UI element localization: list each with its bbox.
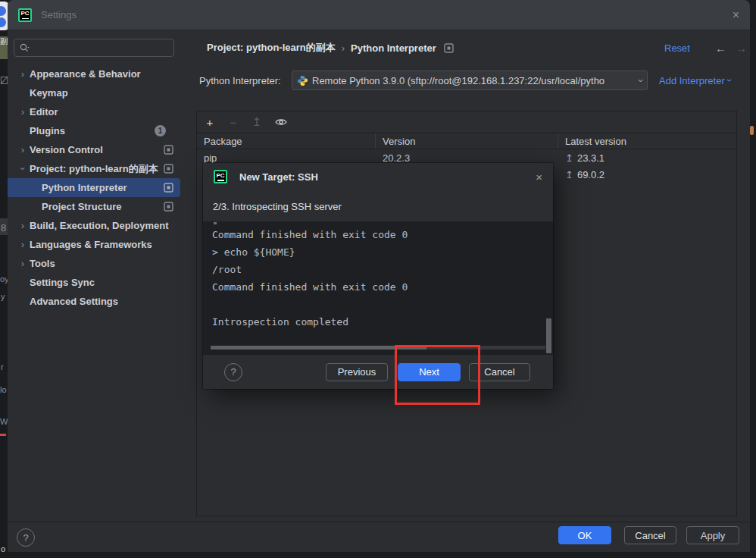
sidebar-item-python-interpreter[interactable]: Python Interpreter <box>8 178 180 197</box>
settings-search-input[interactable] <box>14 39 174 57</box>
upgrade-available-icon: ↥ <box>565 152 573 164</box>
sidebar-item-editor[interactable]: › Editor <box>8 102 180 121</box>
background-app-dot <box>0 17 6 27</box>
sidebar-item-label: Keymap <box>30 87 68 99</box>
window-close-icon[interactable]: × <box>733 8 739 22</box>
chevron-right-icon[interactable]: › <box>17 68 29 80</box>
sidebar-item-label: Languages & Frameworks <box>30 239 152 250</box>
sidebar-item-project-structure[interactable]: Project Structure <box>8 197 180 216</box>
packages-header-row: Package Version Latest version <box>197 133 736 149</box>
packages-toolbar: + − ↥ <box>197 111 736 133</box>
sidebar-item-languages-frameworks[interactable]: › Languages & Frameworks <box>8 235 180 254</box>
background-fragment <box>750 126 754 135</box>
project-scope-icon <box>164 145 173 155</box>
sidebar-item-advanced-settings[interactable]: Advanced Settings <box>8 292 180 311</box>
sidebar-item-build-execution-deployment[interactable]: › Build, Execution, Deployment <box>8 216 180 235</box>
pycharm-logo-icon: PC <box>18 8 32 22</box>
horizontal-scrollbar[interactable] <box>211 346 545 350</box>
chevron-right-icon[interactable]: › <box>17 106 29 118</box>
project-scope-icon <box>444 43 454 53</box>
column-header-version[interactable]: Version <box>376 133 558 149</box>
chevron-down-icon[interactable]: › <box>635 79 646 82</box>
sidebar-item-label: Project Structure <box>42 201 121 212</box>
sidebar-item-label: Version Control <box>30 144 103 155</box>
help-label: ? <box>230 366 236 378</box>
search-icon <box>19 42 30 53</box>
dialog-close-icon[interactable]: × <box>536 171 542 183</box>
dialog-title: New Target: SSH <box>239 171 318 183</box>
add-package-icon[interactable]: + <box>204 116 216 129</box>
interpreter-select[interactable]: Remote Python 3.9.0 (sftp://root@192.168… <box>292 71 648 90</box>
interpreter-value: Remote Python 3.9.0 (sftp://root@192.168… <box>312 75 636 86</box>
ssh-console-output[interactable]: Command finished with exit code 0 > echo… <box>203 221 553 355</box>
dialog-titlebar[interactable]: PC New Target: SSH × <box>203 163 553 190</box>
ok-button[interactable]: OK <box>558 526 611 544</box>
help-button[interactable]: ? <box>17 528 35 547</box>
sidebar-item-appearance-behavior[interactable]: › Appearance & Behavior <box>8 64 180 83</box>
reset-link[interactable]: Reset <box>664 42 690 54</box>
sidebar-item-label: Project: python-learn的副本 <box>30 162 158 176</box>
remove-package-icon[interactable]: − <box>227 116 239 129</box>
background-fragment: y <box>1 292 5 301</box>
add-interpreter-link[interactable]: Add Interpreter › <box>659 75 731 86</box>
package-latest: ↥ 23.3.1 <box>558 149 736 166</box>
sidebar-item-tools[interactable]: › Tools <box>8 254 180 273</box>
chevron-right-icon[interactable]: › <box>17 220 29 231</box>
chevron-right-icon[interactable]: › <box>17 144 29 155</box>
sidebar-item-label: Advanced Settings <box>30 296 118 307</box>
breadcrumb-project[interactable]: Project: python-learn的副本 <box>207 41 336 55</box>
sidebar-item-label: Appearance & Behavior <box>30 68 141 80</box>
chevron-down-icon[interactable]: › <box>17 163 29 175</box>
sidebar-item-project[interactable]: › Project: python-learn的副本 <box>8 159 180 178</box>
apply-button[interactable]: Apply <box>686 526 739 544</box>
help-label: ? <box>23 532 28 544</box>
dialog-footer: ? Previous Next Cancel <box>203 355 553 389</box>
cancel-button[interactable]: Cancel <box>624 526 676 544</box>
upgrade-package-icon[interactable]: ↥ <box>251 115 263 129</box>
latest-version-value: 23.3.1 <box>577 152 604 164</box>
pycharm-logo-icon: PC <box>214 170 227 183</box>
background-fragment: o <box>1 544 5 553</box>
window-title: Settings <box>41 9 77 20</box>
eye-icon[interactable] <box>274 117 288 127</box>
console-line: /root <box>212 261 544 278</box>
python-logo-icon <box>297 75 308 86</box>
sidebar-item-label: Tools <box>30 258 55 269</box>
previous-button[interactable]: Previous <box>326 363 388 381</box>
new-target-ssh-dialog: PC New Target: SSH × 2/3. Introspecting … <box>203 163 553 389</box>
sidebar-item-label: Build, Execution, Deployment <box>30 220 168 231</box>
console-line: Command finished with exit code 0 <box>212 278 544 296</box>
background-fragment: 8 <box>1 222 6 234</box>
vertical-scrollbar-thumb[interactable] <box>546 318 551 353</box>
column-header-latest[interactable]: Latest version <box>558 133 736 149</box>
breadcrumb-page: Python Interpreter <box>351 42 436 54</box>
sidebar-item-plugins[interactable]: Plugins 1 <box>8 121 180 140</box>
help-button[interactable]: ? <box>224 363 242 381</box>
sidebar-item-keymap[interactable]: Keymap <box>8 83 180 102</box>
chevron-right-icon[interactable]: › <box>17 239 29 250</box>
back-arrow-icon[interactable]: ← <box>715 42 726 55</box>
column-header-package[interactable]: Package <box>197 133 376 149</box>
settings-sidebar: › Appearance & Behavior Keymap › Editor … <box>8 30 195 522</box>
pycharm-logo-underline <box>22 18 29 20</box>
project-scope-icon <box>164 164 173 174</box>
add-interpreter-label: Add Interpreter <box>659 75 725 86</box>
sidebar-item-label: Editor <box>30 106 58 118</box>
console-line: > echo ${HOME} <box>212 243 544 261</box>
screenshot-root: 副 〼 8 oy y r lo W o PC Settings × <box>0 0 756 558</box>
settings-tree: › Appearance & Behavior Keymap › Editor … <box>8 64 195 311</box>
latest-version-value: 69.0.2 <box>577 169 604 180</box>
background-fragment <box>0 434 6 436</box>
window-titlebar[interactable]: PC Settings × <box>8 0 750 30</box>
background-app-dot <box>0 6 6 16</box>
console-line: Command finished with exit code 0 <box>212 226 544 243</box>
sidebar-item-version-control[interactable]: › Version Control <box>8 140 180 159</box>
project-scope-icon <box>164 183 173 193</box>
breadcrumb: Project: python-learn的副本 › Python Interp… <box>207 36 742 59</box>
project-scope-icon <box>164 202 173 212</box>
plugins-count-badge: 1 <box>155 125 166 136</box>
sidebar-item-settings-sync[interactable]: Settings Sync <box>8 273 180 292</box>
console-line: Introspection completed <box>212 313 544 331</box>
background-fragment: W <box>0 417 8 426</box>
chevron-right-icon[interactable]: › <box>17 258 29 269</box>
